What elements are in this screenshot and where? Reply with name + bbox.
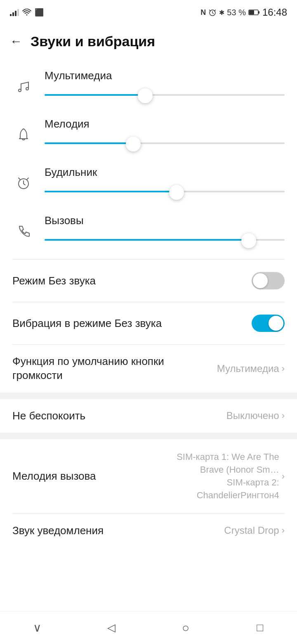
ringtone-melody-value: SIM-карта 1: We Are The Brave (Honor Sm…… bbox=[169, 451, 285, 502]
multimedia-label: Мультимедиа bbox=[45, 69, 285, 82]
vibrate-silent-row: Вибрация в режиме Без звука bbox=[0, 302, 297, 344]
notification-sound-row[interactable]: Звук уведомления Crystal Drop › bbox=[0, 514, 297, 548]
volume-button-chevron: › bbox=[282, 363, 285, 374]
nav-recents[interactable]: □ bbox=[243, 616, 276, 640]
silent-mode-knob bbox=[253, 273, 268, 288]
section-sep-2 bbox=[0, 433, 297, 439]
ringtone-melody-label: Мелодия вызова bbox=[12, 469, 169, 483]
volume-button-row[interactable]: Функция по умолчанию кнопки громкости Му… bbox=[0, 345, 297, 393]
battery-icon bbox=[248, 9, 260, 16]
nav-back[interactable]: ◁ bbox=[95, 616, 128, 640]
status-left: ⬛ bbox=[10, 8, 44, 17]
signal-icon bbox=[10, 9, 19, 16]
phone-icon bbox=[12, 223, 35, 239]
back-button[interactable]: ← bbox=[10, 34, 22, 48]
do-not-disturb-value: Выключено › bbox=[226, 410, 285, 421]
svg-rect-4 bbox=[249, 10, 254, 14]
ringtone-slider[interactable] bbox=[45, 135, 285, 151]
calls-slider[interactable] bbox=[45, 232, 285, 248]
do-not-disturb-chevron: › bbox=[282, 410, 285, 421]
ringtone-slider-content: Мелодия bbox=[45, 118, 285, 151]
bluetooth-icon: ✱ bbox=[219, 9, 224, 17]
section-sep-1 bbox=[0, 393, 297, 399]
multimedia-slider[interactable] bbox=[45, 87, 285, 103]
status-right: N ✱ 53 % 16:48 bbox=[200, 7, 287, 18]
svg-rect-3 bbox=[258, 11, 259, 14]
battery-percent: 53 % bbox=[227, 8, 246, 17]
multimedia-slider-content: Мультимедиа bbox=[45, 69, 285, 103]
notification-sound-label: Звук уведомления bbox=[12, 524, 224, 538]
header: ← Звуки и вибрация bbox=[0, 25, 297, 58]
ringtone-melody-row[interactable]: Мелодия вызова SIM-карта 1: We Are The B… bbox=[0, 439, 297, 513]
wifi-icon bbox=[22, 9, 31, 16]
svg-point-6 bbox=[26, 88, 28, 90]
screen-rotation-icon: ⬛ bbox=[35, 8, 44, 17]
ringtone-slider-row: Мелодия bbox=[12, 110, 285, 159]
bell-icon bbox=[12, 126, 35, 143]
volume-button-value: Мультимедиа › bbox=[217, 363, 285, 374]
do-not-disturb-label: Не беспокоить bbox=[12, 409, 226, 423]
ringtone-melody-chevron: › bbox=[282, 470, 285, 483]
sliders-section: Мультимедиа Мелодия bbox=[0, 58, 297, 259]
alarm-slider-content: Будильник bbox=[45, 166, 285, 199]
ringtone-label: Мелодия bbox=[45, 118, 285, 130]
nav-home[interactable]: ○ bbox=[169, 616, 202, 640]
vibrate-silent-knob bbox=[269, 316, 283, 331]
music-icon bbox=[12, 78, 35, 95]
svg-point-5 bbox=[19, 89, 21, 92]
svg-point-0 bbox=[26, 14, 28, 16]
notification-sound-value: Crystal Drop › bbox=[224, 525, 285, 536]
nav-chevron-down[interactable]: ∨ bbox=[21, 616, 54, 640]
vibrate-silent-label: Вибрация в режиме Без звука bbox=[12, 317, 162, 330]
alarm-slider-row: Будильник bbox=[12, 159, 285, 207]
status-time: 16:48 bbox=[262, 7, 287, 18]
vibrate-silent-toggle[interactable] bbox=[252, 315, 285, 332]
multimedia-slider-row: Мультимедиа bbox=[12, 62, 285, 110]
calls-label: Вызовы bbox=[45, 214, 285, 227]
alarm-label: Будильник bbox=[45, 166, 285, 179]
silent-mode-row: Режим Без звука bbox=[0, 260, 297, 302]
alarm-slider[interactable] bbox=[45, 184, 285, 199]
nfc-icon: N bbox=[200, 8, 206, 17]
calls-slider-content: Вызовы bbox=[45, 214, 285, 248]
silent-mode-toggle[interactable] bbox=[252, 272, 285, 289]
alarm-status-icon bbox=[208, 8, 217, 17]
do-not-disturb-row[interactable]: Не беспокоить Выключено › bbox=[0, 399, 297, 433]
alarm-icon bbox=[12, 175, 35, 191]
volume-button-label: Функция по умолчанию кнопки громкости bbox=[12, 355, 217, 383]
silent-mode-label: Режим Без звука bbox=[12, 275, 96, 287]
notification-sound-chevron: › bbox=[282, 525, 285, 536]
status-bar: ⬛ N ✱ 53 % 16:48 bbox=[0, 0, 297, 25]
calls-slider-row: Вызовы bbox=[12, 207, 285, 255]
bottom-nav: ∨ ◁ ○ □ bbox=[0, 611, 297, 644]
page-title: Звуки и вибрация bbox=[31, 33, 155, 50]
